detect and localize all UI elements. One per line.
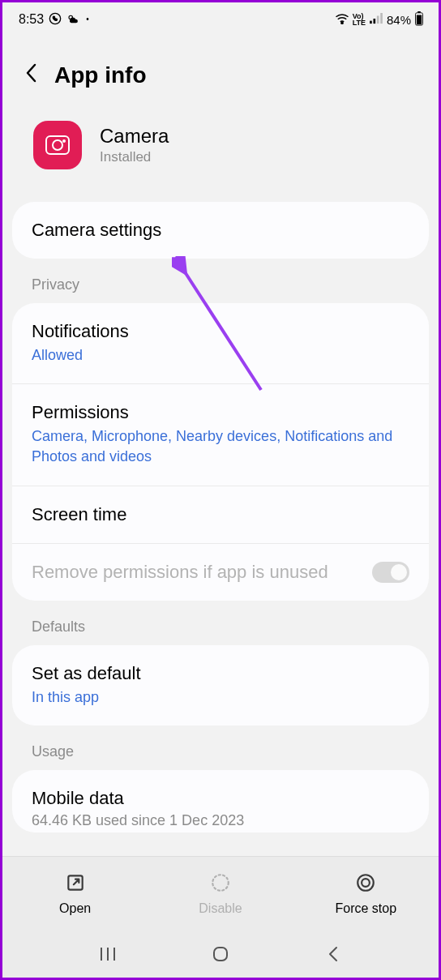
toggle-switch[interactable] [372, 562, 409, 583]
section-label-defaults: Defaults [2, 601, 439, 645]
row-permissions[interactable]: Permissions Camera, Microphone, Nearby d… [12, 383, 429, 485]
row-title: Camera settings [32, 220, 409, 241]
row-camera-settings[interactable]: Camera settings [12, 202, 429, 259]
section-label-privacy: Privacy [2, 259, 439, 303]
row-title: Mobile data [32, 788, 409, 809]
svg-rect-4 [373, 19, 375, 24]
card-usage: Mobile data 64.46 KB used since 1 Dec 20… [12, 770, 429, 832]
force-stop-icon [355, 872, 376, 897]
section-label-usage: Usage [2, 725, 439, 770]
row-screen-time[interactable]: Screen time [12, 486, 429, 543]
page-title: App info [54, 62, 147, 88]
svg-rect-6 [380, 13, 383, 24]
row-mobile-data[interactable]: Mobile data 64.46 KB used since 1 Dec 20… [12, 770, 429, 832]
back-button[interactable] [24, 62, 40, 88]
row-title: Remove permissions if app is unused [32, 562, 328, 583]
status-right: Vo)LTE 84% [335, 11, 424, 28]
open-icon [65, 872, 86, 897]
app-name: Camera [100, 125, 169, 148]
row-title: Screen time [32, 504, 409, 525]
battery-text: 84% [387, 13, 411, 27]
battery-icon [414, 11, 424, 28]
dot-icon: • [86, 15, 89, 24]
row-set-default[interactable]: Set as default In this app [12, 645, 429, 725]
status-time: 8:53 [19, 12, 44, 27]
signal-icon [369, 13, 383, 27]
row-sub: 64.46 KB used since 1 Dec 2023 [32, 812, 409, 829]
status-bar: 8:53 • Vo)LTE 84% [2, 2, 439, 33]
navigation-bar [2, 931, 439, 978]
action-force-stop[interactable]: Force stop [293, 857, 439, 931]
action-label: Open [59, 901, 91, 916]
row-sub: Camera, Microphone, Nearby devices, Noti… [32, 426, 409, 467]
action-label: Disable [199, 901, 242, 916]
nav-back[interactable] [323, 944, 343, 964]
svg-point-13 [358, 875, 375, 891]
disable-icon [210, 872, 231, 897]
svg-point-12 [212, 875, 229, 891]
action-open[interactable]: Open [2, 857, 148, 931]
volte-icon: Vo)LTE [353, 13, 366, 26]
row-title: Permissions [32, 402, 409, 423]
card-privacy: Notifications Allowed Permissions Camera… [12, 303, 429, 601]
whatsapp-icon [49, 12, 62, 27]
svg-point-2 [341, 22, 343, 24]
app-status: Installed [100, 149, 169, 165]
row-notifications[interactable]: Notifications Allowed [12, 303, 429, 383]
row-remove-permissions[interactable]: Remove permissions if app is unused [12, 543, 429, 601]
card-defaults: Set as default In this app [12, 645, 429, 725]
action-label: Force stop [336, 901, 397, 916]
app-icon [33, 121, 82, 169]
row-title: Set as default [32, 663, 409, 684]
row-title: Notifications [32, 321, 409, 342]
card-settings: Camera settings [12, 202, 429, 259]
nav-home[interactable] [211, 944, 230, 964]
weather-icon [66, 13, 81, 26]
status-left: 8:53 • [19, 12, 89, 27]
app-header: Camera Installed [2, 113, 439, 202]
header: App info [2, 33, 439, 113]
row-sub: In this app [32, 687, 409, 708]
svg-rect-5 [377, 15, 379, 24]
nav-recents[interactable] [98, 944, 118, 964]
row-sub: Allowed [32, 345, 409, 366]
svg-rect-18 [214, 948, 227, 961]
svg-rect-3 [370, 20, 372, 24]
wifi-icon [335, 13, 349, 27]
bottom-action-bar: Open Disable Force stop [2, 856, 439, 931]
action-disable[interactable]: Disable [148, 857, 293, 931]
svg-rect-9 [417, 15, 422, 24]
svg-point-14 [362, 879, 370, 887]
